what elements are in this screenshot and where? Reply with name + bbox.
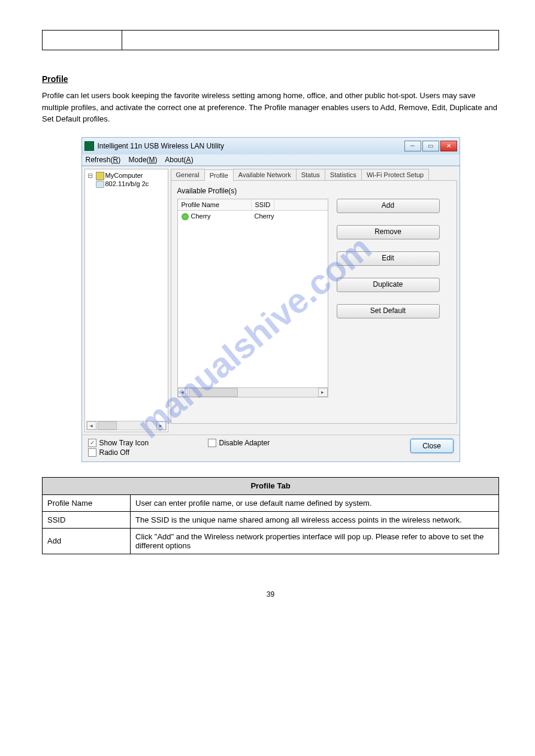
profile-list-scrollbar[interactable]: ◂ ▸ bbox=[178, 387, 328, 397]
scroll-left-icon[interactable]: ◂ bbox=[178, 388, 188, 397]
scroll-thumb[interactable] bbox=[98, 421, 117, 430]
tab-content: Available Profile(s) Profile Name SSID C… bbox=[171, 181, 457, 424]
show-tray-label: Show Tray Icon bbox=[99, 439, 149, 447]
profile-row-ssid: Cherry bbox=[251, 211, 278, 222]
adapter-icon bbox=[96, 181, 104, 188]
menubar: Refresh(R) Mode(M) About(A) bbox=[82, 154, 460, 166]
table-row: SSID The SSID is the unique name shared … bbox=[43, 511, 499, 528]
tab-strip: General Profile Available Network Status… bbox=[171, 169, 457, 181]
profile-list-header: Profile Name SSID bbox=[178, 199, 328, 211]
duplicate-button[interactable]: Duplicate bbox=[337, 278, 440, 292]
available-profiles-label: Available Profile(s) bbox=[177, 187, 451, 195]
profile-row[interactable]: Cherry Cherry bbox=[178, 211, 328, 222]
maximize-button[interactable]: ▭ bbox=[422, 141, 439, 151]
tree-root[interactable]: MyComputer bbox=[87, 172, 165, 180]
desc-key: Add bbox=[43, 528, 131, 554]
col-profile-name[interactable]: Profile Name bbox=[178, 199, 252, 210]
profile-list[interactable]: Profile Name SSID Cherry Cherry ◂ bbox=[177, 199, 328, 397]
tab-profile[interactable]: Profile bbox=[204, 169, 234, 181]
close-button[interactable]: Close bbox=[410, 439, 454, 453]
disable-adapter-label: Disable Adapter bbox=[219, 439, 270, 447]
set-default-button[interactable]: Set Default bbox=[337, 304, 440, 318]
desc-table-header: Profile Tab bbox=[43, 477, 499, 494]
tree-scrollbar[interactable]: ◂ ▸ bbox=[86, 421, 167, 430]
tab-general[interactable]: General bbox=[171, 169, 205, 180]
computer-icon bbox=[96, 172, 104, 180]
scroll-right-icon[interactable]: ▸ bbox=[318, 388, 328, 397]
desc-key: SSID bbox=[43, 511, 131, 528]
edit-button[interactable]: Edit bbox=[337, 251, 440, 266]
minimize-button[interactable]: ─ bbox=[404, 141, 421, 151]
window-footer: ✓Show Tray Icon Radio Off Disable Adapte… bbox=[82, 435, 460, 462]
desc-val: Click "Add" and the Wireless network pro… bbox=[131, 528, 499, 554]
page-number: 39 bbox=[42, 590, 499, 599]
tab-available-network[interactable]: Available Network bbox=[233, 169, 297, 180]
scroll-right-icon[interactable]: ▸ bbox=[156, 421, 166, 430]
tab-status[interactable]: Status bbox=[296, 169, 325, 180]
tree-child[interactable]: 802.11n/b/g 2c bbox=[96, 180, 165, 188]
col-ssid[interactable]: SSID bbox=[252, 199, 275, 210]
description-table: Profile Tab Profile Name User can enter … bbox=[42, 477, 499, 554]
menu-about[interactable]: About(A) bbox=[165, 156, 193, 164]
table-row: Profile Name User can enter profile name… bbox=[43, 494, 499, 511]
scroll-thumb[interactable] bbox=[189, 388, 238, 397]
window-title: Intelligent 11n USB Wireless LAN Utility bbox=[98, 142, 404, 150]
tree-root-label: MyComputer bbox=[105, 172, 143, 179]
add-button[interactable]: Add bbox=[337, 199, 440, 213]
desc-val: The SSID is the unique name shared among… bbox=[131, 511, 499, 528]
show-tray-checkbox[interactable]: ✓ bbox=[88, 439, 96, 447]
desc-val: User can enter profile name, or use defa… bbox=[131, 494, 499, 511]
close-window-button[interactable]: ✕ bbox=[440, 141, 457, 151]
profile-row-name: Cherry bbox=[191, 212, 211, 220]
radio-off-checkbox[interactable] bbox=[88, 448, 96, 457]
scroll-left-icon[interactable]: ◂ bbox=[87, 421, 96, 430]
section-heading: Profile bbox=[42, 74, 499, 84]
app-icon bbox=[84, 141, 94, 151]
menu-mode[interactable]: Mode(M) bbox=[129, 156, 158, 164]
signal-icon bbox=[182, 213, 189, 220]
disable-adapter-checkbox[interactable] bbox=[208, 439, 216, 447]
app-window: Intelligent 11n USB Wireless LAN Utility… bbox=[81, 137, 460, 462]
tree-child-label: 802.11n/b/g 2c bbox=[105, 180, 149, 187]
section-intro: Profile can let users book keeping the f… bbox=[42, 90, 499, 125]
desc-key: Profile Name bbox=[43, 494, 131, 511]
tab-statistics[interactable]: Statistics bbox=[325, 169, 362, 180]
remove-button[interactable]: Remove bbox=[337, 225, 440, 239]
menu-refresh[interactable]: Refresh(R) bbox=[86, 156, 121, 164]
titlebar: Intelligent 11n USB Wireless LAN Utility… bbox=[82, 138, 460, 154]
radio-off-label: Radio Off bbox=[99, 448, 129, 457]
tree-pane: MyComputer 802.11n/b/g 2c ◂ ▸ bbox=[84, 169, 168, 432]
tab-wps[interactable]: Wi-Fi Protect Setup bbox=[361, 169, 429, 180]
table-row: Add Click "Add" and the Wireless network… bbox=[43, 528, 499, 554]
top-spacer-table bbox=[42, 30, 499, 50]
